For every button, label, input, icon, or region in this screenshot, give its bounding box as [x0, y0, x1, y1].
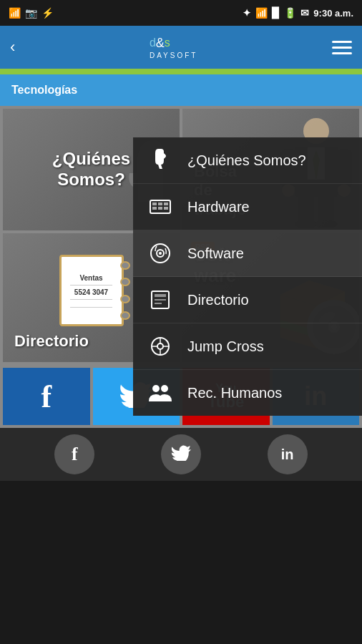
hamburger-line-1 [332, 41, 352, 43]
signal-icon: ▉ [272, 7, 280, 19]
bluetooth-icon: ✦ [243, 7, 251, 19]
bottom-nav: f in [0, 428, 362, 481]
time-display: 9:30 a.m. [313, 8, 353, 19]
envelope-icon: ✉ [300, 7, 309, 19]
svg-rect-39 [155, 294, 166, 297]
ring-4 [120, 311, 130, 320]
main-wrapper: ¿QuiénesSomos? [0, 106, 362, 481]
directorio-menu-label: Directorio [187, 292, 249, 308]
jumpcross-menu-label: Jump Cross [187, 338, 264, 355]
svg-rect-32 [152, 207, 157, 210]
menu-item-quienes[interactable]: ¿Quiénes Somos? [133, 137, 362, 184]
notebook-icon: Ventas 5524 3047 [59, 255, 124, 326]
svg-rect-30 [158, 203, 162, 205]
menu-item-hardware[interactable]: Hardware [133, 184, 362, 230]
back-button[interactable]: ‹ [10, 38, 15, 57]
bottom-linkedin-button[interactable]: in [268, 434, 308, 474]
svg-rect-34 [164, 207, 168, 210]
battery-icon: 🔋 [284, 7, 296, 19]
facebook-button[interactable]: f [3, 368, 90, 425]
quienes-menu-label: ¿Quiénes Somos? [187, 152, 306, 169]
humanos-menu-icon [147, 380, 173, 406]
hamburger-menu[interactable] [332, 41, 352, 54]
logo-amp: & [156, 36, 165, 51]
status-left-icons: 📶 📷 ⚡ [9, 7, 54, 19]
menu-item-directorio[interactable]: Directorio [133, 277, 362, 323]
quienes-label: ¿QuiénesSomos? [52, 149, 130, 190]
notebook-text-1: Ventas [79, 274, 102, 282]
ring-2 [120, 278, 130, 286]
directorio-menu-icon [147, 287, 173, 313]
menu-item-software[interactable]: Software [133, 230, 362, 277]
sim-icon: 📶 [9, 7, 21, 19]
notebook-box: Ventas 5524 3047 [59, 255, 124, 326]
svg-rect-33 [158, 207, 162, 210]
software-menu-label: Software [187, 245, 244, 262]
ring-1 [120, 261, 130, 270]
logo-d-letter: d [150, 36, 156, 49]
notebook-line-2 [70, 299, 112, 300]
bottom-facebook-icon: f [72, 444, 78, 465]
bottom-twitter-button[interactable] [161, 434, 201, 474]
software-menu-icon [147, 240, 173, 266]
svg-rect-29 [152, 203, 157, 205]
bottom-twitter-icon [171, 444, 191, 466]
svg-rect-31 [164, 203, 168, 205]
notebook-line [70, 285, 112, 286]
hardware-menu-icon [147, 194, 173, 220]
humanos-menu-label: Rec. Humanos [187, 385, 282, 401]
svg-point-49 [161, 385, 168, 392]
usb-icon: ⚡ [41, 7, 54, 19]
dropdown-menu: ¿Quiénes Somos? Hardware [133, 137, 362, 416]
svg-point-37 [159, 252, 162, 255]
logo-s-letter: s [165, 36, 170, 49]
notebook-line-3 [70, 307, 112, 308]
camera-icon: 📷 [25, 7, 37, 19]
bottom-linkedin-icon: in [281, 447, 294, 463]
ring-3 [120, 295, 130, 303]
svg-rect-40 [155, 299, 166, 301]
jumpcross-menu-icon [147, 333, 173, 359]
hamburger-line-3 [332, 52, 352, 54]
notebook-text-2: 5524 3047 [74, 288, 108, 296]
status-bar: 📶 📷 ⚡ ✦ 📶 ▉ 🔋 ✉ 9:30 a.m. [0, 0, 362, 26]
status-right-icons: ✦ 📶 ▉ 🔋 ✉ 9:30 a.m. [243, 7, 353, 19]
svg-rect-41 [155, 303, 162, 304]
menu-item-jumpcross[interactable]: Jump Cross [133, 323, 362, 370]
logo-daysoft-text: DAYSOFT [150, 52, 197, 59]
hamburger-line-2 [332, 47, 352, 49]
logo-ds: d & s [150, 36, 170, 51]
directorio-label: Directorio [14, 332, 89, 351]
bottom-facebook-button[interactable]: f [54, 434, 94, 474]
top-nav: ‹ d & s DAYSOFT [0, 26, 362, 69]
quienes-menu-icon [147, 147, 173, 173]
svg-point-48 [152, 385, 160, 392]
svg-point-43 [157, 343, 163, 349]
sub-nav-title: Tecnologías [11, 84, 77, 97]
logo: d & s DAYSOFT [150, 36, 197, 59]
menu-item-humanos[interactable]: Rec. Humanos [133, 370, 362, 416]
green-accent-bar [0, 69, 362, 74]
sub-nav: Tecnologías [0, 74, 362, 106]
hardware-menu-label: Hardware [187, 199, 250, 215]
wifi-icon: 📶 [255, 7, 268, 19]
facebook-icon: f [41, 379, 52, 415]
notebook-rings [120, 257, 130, 324]
